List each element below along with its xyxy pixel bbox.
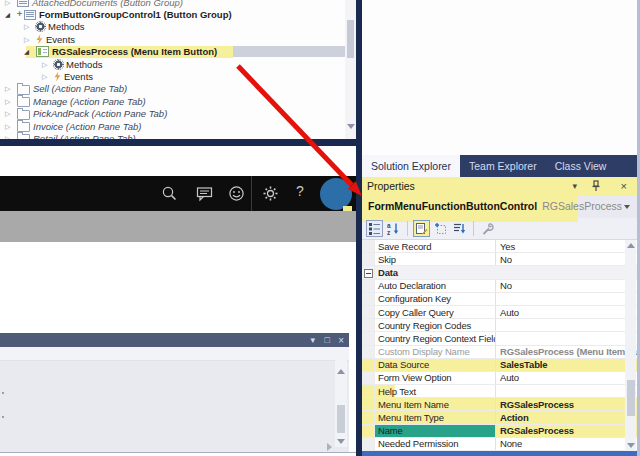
maximize-icon[interactable] <box>325 334 330 347</box>
tree-item-pickandpack[interactable]: PickAndPack (Action Pane Tab) <box>0 108 356 120</box>
tree-item-methods[interactable]: Methods <box>0 21 356 33</box>
property-row-menu-item-type[interactable]: Menu Item Type Action <box>362 411 637 424</box>
scrollbar-down-arrow-icon[interactable] <box>347 124 355 129</box>
property-value[interactable]: Auto <box>495 306 637 318</box>
property-value[interactable]: RGSalesProcess <box>495 398 637 410</box>
property-row[interactable]: Custom Display Name RGSalesProcess (Menu… <box>362 346 637 359</box>
window-menu-icon[interactable] <box>572 181 577 192</box>
property-row[interactable]: Save Record Yes <box>362 240 637 253</box>
tree-scrollbar[interactable] <box>345 0 356 139</box>
scrollbar-down-arrow-icon[interactable] <box>627 443 635 448</box>
property-row[interactable]: Copy Caller Query Auto <box>362 306 637 319</box>
property-row-data-source[interactable]: Data Source SalesTable <box>362 359 637 372</box>
property-pages-button[interactable] <box>479 220 496 237</box>
tab-team-explorer[interactable]: Team Explorer <box>460 155 546 177</box>
sort-rows-button[interactable] <box>451 220 468 237</box>
tree-item-formbuttongroupcontrol1[interactable]: + FormButtonGroupControl1 (Button Group) <box>0 8 356 20</box>
property-row[interactable]: Auto Declaration No <box>362 280 637 293</box>
properties-view-button[interactable] <box>413 220 430 237</box>
property-grid: Save Record Yes Skip No Data Auto Declar… <box>362 240 637 451</box>
property-row[interactable]: Country Region Codes <box>362 319 637 332</box>
wrench-icon <box>481 222 495 236</box>
expander-collapsed-icon[interactable] <box>5 98 17 105</box>
pin-icon[interactable] <box>591 180 601 192</box>
expander-collapsed-icon[interactable] <box>5 135 17 139</box>
expander-collapsed-icon[interactable] <box>5 85 17 92</box>
tree-item-events[interactable]: Events <box>0 33 356 45</box>
property-row-name[interactable]: Name RGSalesProcess <box>362 425 637 438</box>
scrollbar-up-arrow-icon[interactable] <box>337 369 345 374</box>
expander-expanded-icon[interactable] <box>5 11 17 19</box>
tree-item-invoice[interactable]: Invoice (Action Pane Tab) <box>0 120 356 132</box>
events-lightning-icon <box>36 34 43 44</box>
expander-collapsed-icon[interactable] <box>5 110 17 117</box>
expander-collapsed-icon[interactable] <box>42 73 54 80</box>
property-value[interactable]: No <box>495 280 637 292</box>
property-value[interactable]: SalesTable <box>495 359 637 371</box>
expander-collapsed-icon[interactable] <box>5 123 17 130</box>
expander-collapsed-icon[interactable] <box>5 0 17 6</box>
tree-item-events-2[interactable]: Events <box>0 70 356 82</box>
close-icon[interactable] <box>338 334 344 347</box>
scrollbar-thumb[interactable] <box>347 20 354 58</box>
property-row[interactable]: Needed Permission None <box>362 438 637 451</box>
property-value[interactable]: No <box>495 253 637 265</box>
property-label: Form View Option <box>374 372 495 384</box>
tab-solution-explorer[interactable]: Solution Explorer <box>362 155 460 177</box>
property-label: Menu Item Type <box>374 411 495 423</box>
category-row[interactable]: Data <box>362 266 637 279</box>
expander-expanded-icon[interactable] <box>24 48 36 56</box>
chevron-down-icon[interactable] <box>624 205 630 209</box>
property-value[interactable] <box>495 319 637 331</box>
property-row[interactable]: Configuration Key <box>362 293 637 306</box>
property-row[interactable]: Skip No <box>362 253 637 266</box>
tab-class-view[interactable]: Class View <box>546 155 616 177</box>
selected-object-text: FormMenuFunctionButtonControlRGSalesProc… <box>368 200 622 212</box>
settings-gear-icon[interactable] <box>262 185 279 202</box>
collapse-category-icon[interactable] <box>364 269 373 278</box>
scrollbar-down-arrow-icon[interactable] <box>337 439 345 444</box>
property-value[interactable]: RGSalesProcess <box>495 425 637 437</box>
scrollbar-up-arrow-icon[interactable] <box>627 243 635 248</box>
property-grid-scrollbar[interactable] <box>625 240 636 451</box>
tree-item-sell[interactable]: Sell (Action Pane Tab) <box>0 83 356 95</box>
tree-item-label: Retail (Action Pane Tab) <box>33 133 136 139</box>
tree-item-rgsalesprocess[interactable]: RGSalesProcess (Menu Item Button) <box>0 46 356 58</box>
property-value[interactable]: None <box>495 438 637 450</box>
tree-item-manage[interactable]: Manage (Action Pane Tab) <box>0 95 356 107</box>
property-value[interactable]: Auto <box>495 372 637 384</box>
property-row[interactable]: Country Region Context Field <box>362 332 637 345</box>
scroll-right-arrow-icon[interactable] <box>327 443 332 451</box>
property-row-menu-item-name[interactable]: Menu Item Name RGSalesProcess <box>362 398 637 411</box>
smiley-icon[interactable] <box>228 185 245 202</box>
property-label: Country Region Codes <box>374 319 495 331</box>
help-icon[interactable] <box>296 183 304 199</box>
object-selector-combobox[interactable]: FormMenuFunctionButtonControlRGSalesProc… <box>362 196 637 218</box>
close-icon[interactable] <box>621 181 627 192</box>
tool-window-scrollbar[interactable] <box>335 355 347 447</box>
alphabetical-sort-button[interactable]: a z <box>385 220 402 237</box>
property-row[interactable]: Form View Option Auto <box>362 372 637 385</box>
property-sheet-icon <box>415 222 428 235</box>
property-value[interactable] <box>495 293 637 305</box>
tree-item-methods-2[interactable]: Methods <box>0 58 356 70</box>
property-value[interactable] <box>495 385 637 397</box>
tree-item-attacheddocuments[interactable]: AttachedDocuments (Button Group) <box>0 0 356 8</box>
app-header-bar <box>0 176 356 211</box>
scrollbar-thumb[interactable] <box>627 380 635 416</box>
property-value[interactable]: Action <box>495 411 637 423</box>
feedback-icon[interactable] <box>196 185 213 202</box>
properties-title-bar[interactable]: Properties <box>362 177 637 196</box>
property-value[interactable]: Yes <box>495 240 637 252</box>
scrollbar-thumb[interactable] <box>337 405 345 433</box>
tree-item-clipped[interactable]: Retail (Action Pane Tab) <box>0 132 356 139</box>
expand-button[interactable] <box>432 220 449 237</box>
property-row[interactable]: Help Text <box>362 385 637 398</box>
tool-window-title-bar[interactable] <box>0 333 349 347</box>
categorized-button[interactable] <box>366 220 383 237</box>
expander-collapsed-icon[interactable] <box>24 36 36 43</box>
search-icon[interactable] <box>161 185 178 202</box>
property-value[interactable] <box>495 332 637 344</box>
add-box-icon <box>434 222 447 235</box>
window-menu-icon[interactable] <box>310 334 315 347</box>
